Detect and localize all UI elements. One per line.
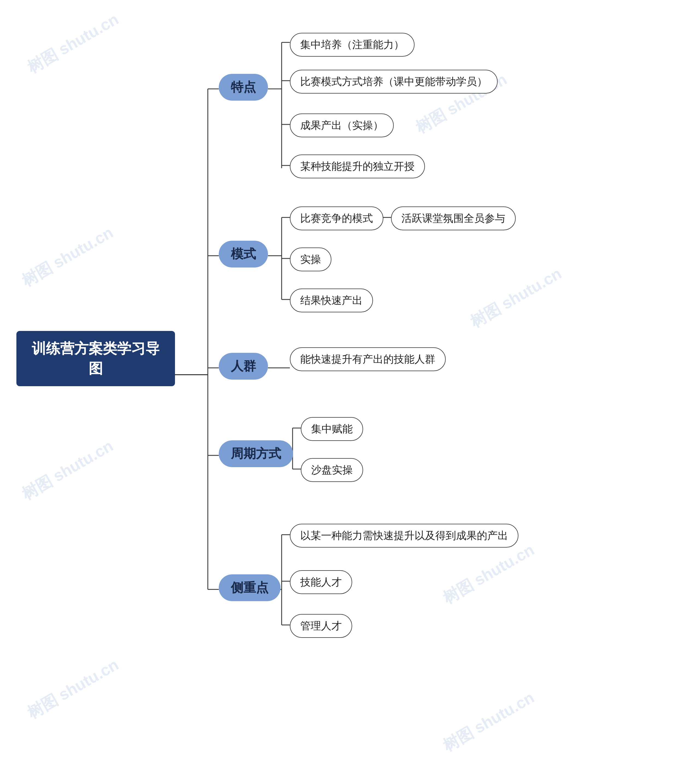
watermark: 树图 shutu.cn [439, 539, 539, 609]
watermark: 树图 shutu.cn [24, 654, 123, 724]
leaf-m1: 比赛竞争的模式 [290, 206, 384, 230]
branch-renqun: 人群 [219, 353, 268, 380]
leaf-m2: 实操 [290, 248, 331, 271]
watermark: 树图 shutu.cn [467, 263, 566, 333]
leaf-c3: 管理人才 [290, 614, 352, 638]
leaf-c1: 以某一种能力需快速提升以及得到成果的产出 [290, 524, 518, 547]
leaf-r1: 能快速提升有产出的技能人群 [290, 347, 446, 371]
leaf-t2: 比赛模式方式培养（课中更能带动学员） [290, 70, 498, 94]
watermark: 树图 shutu.cn [18, 435, 117, 505]
branch-moshi: 模式 [219, 241, 268, 267]
leaf-t4: 某种技能提升的独立开授 [290, 155, 425, 178]
leaf-t1: 集中培养（注重能力） [290, 33, 414, 57]
diagram-container: 树图 shutu.cn 树图 shutu.cn 树图 shutu.cn 树图 s… [0, 0, 700, 768]
root-node: 训练营方案类学习导图 [16, 331, 175, 386]
branch-zhouqi: 周期方式 [219, 440, 293, 467]
watermark: 树图 shutu.cn [24, 9, 123, 78]
watermark: 树图 shutu.cn [439, 687, 539, 757]
leaf-m3: 结果快速产出 [290, 288, 373, 312]
leaf-t3: 成果产出（实操） [290, 114, 394, 137]
branch-tezheng: 特点 [219, 74, 268, 101]
leaf-m1-sub: 活跃课堂氛围全员参与 [391, 206, 516, 230]
leaf-z2: 沙盘实操 [301, 458, 363, 482]
watermark: 树图 shutu.cn [18, 222, 117, 291]
root-label: 训练营方案类学习导图 [32, 341, 160, 376]
leaf-c2: 技能人才 [290, 570, 352, 594]
branch-cezhongdian: 侧重点 [219, 574, 281, 601]
leaf-z1: 集中赋能 [301, 417, 363, 441]
